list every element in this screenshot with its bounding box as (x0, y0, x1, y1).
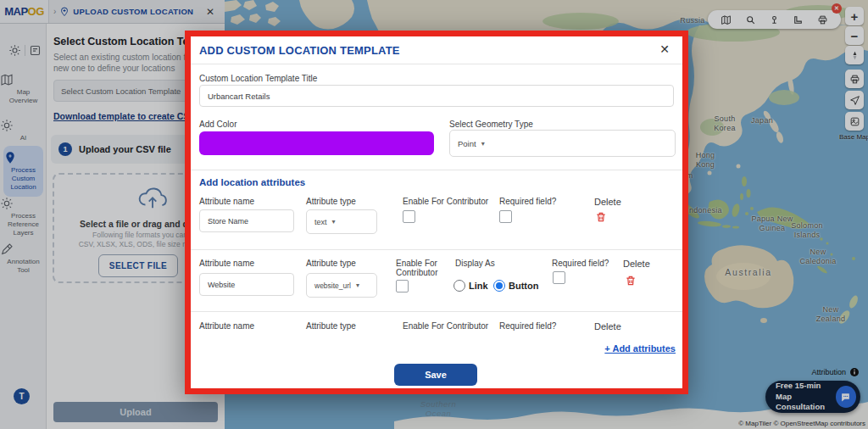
geometry-type-label: Select Geometry Type (449, 120, 533, 129)
template-title-input[interactable] (199, 85, 674, 107)
location-pin-icon (59, 7, 70, 17)
map-label-papua-new-guinea: Papua New Guinea (751, 214, 793, 233)
map-label-russia: Russia (680, 16, 704, 25)
compass-button[interactable] (845, 46, 864, 64)
upload-button[interactable]: Upload (53, 402, 218, 422)
search-icon[interactable] (745, 14, 756, 25)
display-as-button-radio[interactable] (493, 280, 505, 292)
map-icon (0, 73, 47, 86)
attr2-required-checkbox[interactable] (553, 271, 565, 284)
attribution-label: Attribution (811, 368, 846, 376)
zoom-out-button[interactable]: − (845, 26, 864, 45)
attr1-required-checkbox[interactable] (499, 210, 512, 223)
compass-icon (849, 50, 860, 61)
attr1-enable-checkbox[interactable] (403, 210, 415, 223)
attr1-delete-trash-icon[interactable] (595, 211, 607, 223)
map-toolbar (708, 10, 841, 29)
attr3-required-label: Required field? (499, 321, 556, 331)
map-bookmark-icon[interactable] (721, 14, 732, 25)
map-label-indonesia: Indonesia (687, 206, 722, 215)
attr1-delete-label: Delete (594, 197, 621, 207)
attribution-toggle[interactable]: Attribution (811, 367, 860, 377)
toolbar-close-badge[interactable]: ✕ (832, 3, 842, 14)
attr3-type-label: Attribute type (306, 321, 356, 331)
attr3-enable-label: Enable For Contributor (403, 321, 488, 331)
attr2-required-label: Required field? (552, 259, 609, 268)
select-file-button[interactable]: SELECT FILE (98, 254, 178, 277)
map-label-hong-kong: Hong Kong (696, 151, 715, 170)
attributes-heading: Add location attributes (199, 177, 305, 187)
map-label-new-caledonia: New Caledonia (799, 248, 836, 266)
sidebar-item-ai[interactable]: AI (0, 119, 47, 142)
sidebar-rail: Map Overview AI Process Custom Location … (0, 24, 47, 429)
chat-label: Free 15-min Map Consultation (765, 381, 836, 412)
basemap-button[interactable] (845, 112, 864, 131)
display-as-button-label: Button (509, 281, 538, 291)
chevron-down-icon: ▾ (356, 281, 359, 289)
modal-title: ADD CUSTOM LOCATION TEMPLATE (199, 44, 400, 57)
user-avatar[interactable]: T (14, 388, 30, 404)
app-header: MAPOG › UPLOAD CUSTOM LOCATION ✕ (0, 0, 225, 24)
sidebar-item-annotation-tool[interactable]: Annotation Tool (0, 242, 47, 275)
ai-gear-icon (0, 119, 47, 132)
map-label-southern-ocean: Southern Ocean (420, 399, 457, 419)
modal-close-icon[interactable]: ✕ (659, 42, 670, 56)
attr1-name-label: Attribute name (199, 197, 254, 206)
attr2-display-as-label: Display As (455, 259, 495, 268)
attr1-type-label: Attribute type (306, 197, 356, 206)
info-icon (849, 367, 860, 377)
add-color-label: Add Color (199, 120, 236, 129)
color-swatch[interactable] (199, 131, 434, 155)
attr2-enable-checkbox[interactable] (396, 280, 409, 292)
chat-bubble-icon (836, 386, 856, 408)
settings-gear-icon[interactable] (8, 44, 21, 57)
attr3-name-label: Attribute name (199, 321, 254, 331)
attr2-delete-label: Delete (623, 259, 650, 269)
rail-divider (25, 45, 25, 56)
add-custom-location-template-modal: ADD CUSTOM LOCATION TEMPLATE ✕ Custom Lo… (185, 31, 688, 394)
attr2-name-label: Attribute name (199, 259, 254, 268)
map-label-japan: Japan (751, 116, 773, 125)
attr-row-divider (191, 249, 682, 250)
print-icon[interactable] (817, 14, 828, 25)
pen-icon (0, 242, 47, 256)
map-label-new-zealand: New Zealand (816, 305, 846, 324)
locate-button[interactable] (845, 91, 864, 109)
logo-map-text: MAP (4, 5, 27, 18)
attr2-type-label: Attribute type (306, 259, 356, 268)
zoom-in-button[interactable]: + (845, 7, 864, 25)
tab-close-icon[interactable]: ✕ (206, 6, 214, 18)
map-label-solomon-islands: Solomon Islands (791, 221, 823, 240)
save-button[interactable]: Save (394, 364, 477, 386)
consultation-chat-button[interactable]: Free 15-min Map Consultation (765, 381, 860, 413)
display-as-link-label: Link (469, 281, 488, 291)
attr2-delete-trash-icon[interactable] (625, 275, 637, 287)
cloud-upload-icon (136, 183, 169, 210)
add-attributes-link[interactable]: + Add attributes (604, 343, 676, 354)
basemap-label: Base Map (835, 133, 868, 141)
attr1-type-select[interactable]: text ▾ (306, 209, 377, 234)
app-logo[interactable]: MAPOG (0, 0, 49, 23)
send-arrow-icon (849, 95, 860, 106)
print-map-button[interactable] (845, 70, 864, 88)
measure-icon[interactable] (793, 14, 804, 25)
attr2-name-input[interactable] (199, 273, 294, 296)
map-copyright[interactable]: © MapTiler © OpenStreetMap contributors (738, 420, 865, 427)
display-as-link-radio[interactable] (453, 280, 465, 292)
app-window: Iceland Norway Finland Russia South Kore… (0, 0, 868, 429)
attr1-name-input[interactable] (199, 209, 294, 232)
chevron-down-icon: ▾ (481, 140, 485, 148)
place-marker-icon[interactable] (769, 14, 780, 25)
attr3-delete-label: Delete (594, 321, 621, 332)
sidebar-item-process-custom-location[interactable]: Process Custom Location (3, 146, 43, 197)
feedback-note-icon[interactable] (29, 44, 42, 57)
attr2-enable-label: Enable For Contributor (396, 259, 452, 277)
attr1-required-label: Required field? (499, 197, 556, 206)
geometry-type-select[interactable]: Point ▾ (449, 130, 676, 157)
attr2-type-select[interactable]: website_url ▾ (306, 273, 377, 298)
sidebar-item-process-reference-layers[interactable]: Process Reference Layers (0, 197, 47, 237)
tab-upload-custom-location[interactable]: UPLOAD CUSTOM LOCATION (73, 7, 193, 16)
sidebar-item-map-overview[interactable]: Map Overview (0, 73, 47, 105)
download-template-link[interactable]: Download template to create CSV (53, 111, 195, 121)
step-number-badge: 1 (58, 142, 72, 156)
